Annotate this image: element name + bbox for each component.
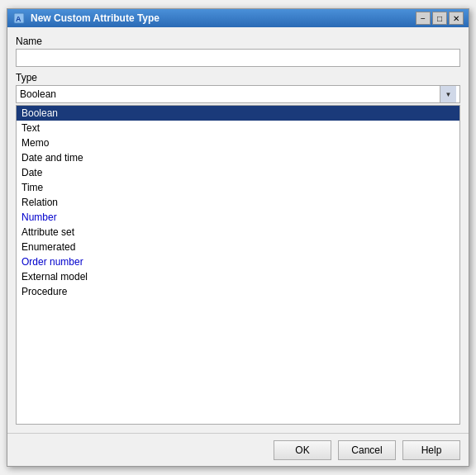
list-item[interactable]: Enumerated bbox=[17, 240, 459, 254]
window-controls: − □ ✕ bbox=[416, 12, 464, 25]
list-item[interactable]: Time bbox=[17, 180, 459, 195]
title-bar: A New Custom Attribute Type − □ ✕ bbox=[7, 9, 469, 27]
type-section: Type Boolean BooleanTextMemoDate and tim… bbox=[16, 72, 460, 425]
type-dropdown[interactable]: Boolean bbox=[16, 85, 460, 103]
list-item[interactable]: Date and time bbox=[17, 150, 459, 165]
list-item[interactable]: Date bbox=[17, 165, 459, 180]
window-icon: A bbox=[12, 12, 26, 25]
type-select-display[interactable]: Boolean bbox=[16, 85, 460, 103]
cancel-button[interactable]: Cancel bbox=[338, 440, 396, 460]
list-item[interactable]: Order number bbox=[17, 254, 459, 269]
maximize-button[interactable]: □ bbox=[432, 12, 447, 25]
help-button[interactable]: Help bbox=[402, 440, 460, 460]
name-section: Name bbox=[16, 36, 460, 67]
window-content: Name Type Boolean BooleanTextMemoDate an… bbox=[7, 27, 469, 433]
name-input[interactable] bbox=[16, 49, 460, 67]
selected-type-text: Boolean bbox=[20, 88, 440, 100]
type-label: Type bbox=[16, 72, 460, 83]
dialog-window: A New Custom Attribute Type − □ ✕ Name T… bbox=[7, 8, 469, 467]
list-item[interactable]: Text bbox=[17, 121, 459, 135]
name-label: Name bbox=[16, 36, 460, 47]
minimize-button[interactable]: − bbox=[416, 12, 431, 25]
close-button[interactable]: ✕ bbox=[449, 12, 464, 25]
window-title: New Custom Attribute Type bbox=[31, 12, 416, 24]
list-item[interactable]: Memo bbox=[17, 135, 459, 150]
ok-button[interactable]: OK bbox=[274, 440, 331, 460]
list-item[interactable]: Attribute set bbox=[17, 225, 459, 240]
list-item[interactable]: Boolean bbox=[17, 106, 459, 121]
type-list[interactable]: BooleanTextMemoDate and timeDateTimeRela… bbox=[16, 105, 460, 425]
svg-text:A: A bbox=[16, 15, 21, 23]
dialog-footer: OK Cancel Help bbox=[7, 433, 469, 466]
list-item[interactable]: External model bbox=[17, 269, 459, 284]
list-item[interactable]: Relation bbox=[17, 195, 459, 210]
list-item[interactable]: Number bbox=[17, 210, 459, 225]
dropdown-arrow-icon[interactable] bbox=[440, 86, 456, 102]
list-item[interactable]: Procedure bbox=[17, 284, 459, 299]
